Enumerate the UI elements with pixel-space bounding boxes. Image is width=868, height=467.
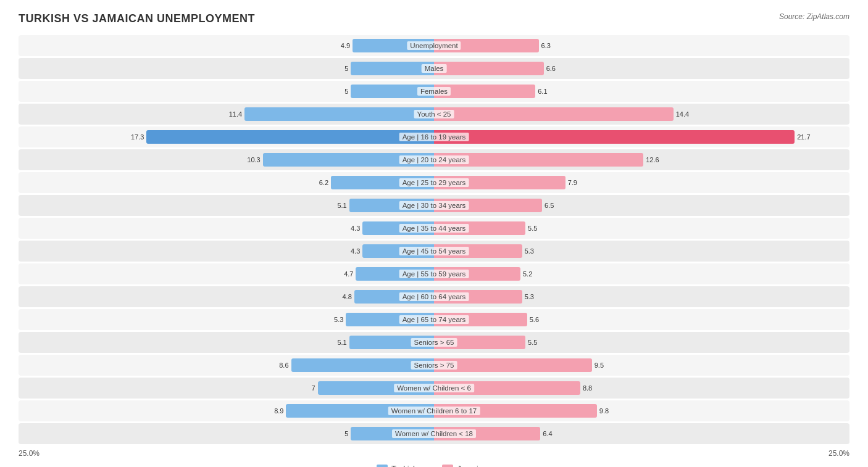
bar-row: 4.8 Age | 60 to 64 years 5.3: [19, 286, 849, 307]
bar-inner: 6.2 Age | 25 to 29 years 7.9: [19, 172, 849, 193]
bar-label-center: Females: [417, 87, 451, 96]
bar-inner: 5.1 Age | 30 to 34 years 6.5: [19, 195, 849, 216]
bar-label-right: 9.5: [595, 362, 604, 369]
bar-row: 8.9 Women w/ Children 6 to 17 9.8: [19, 400, 849, 421]
bar-row: 5 Males 6.6: [19, 58, 849, 79]
bar-label-center: Age | 60 to 64 years: [399, 292, 469, 301]
bar-label-left: 4.3: [351, 225, 360, 232]
bar-right: [434, 62, 544, 75]
bar-label-right: 12.6: [646, 156, 659, 163]
bar-label-left: 4.7: [344, 270, 353, 278]
bar-label-center: Youth < 25: [414, 110, 454, 118]
bar-label-center: Males: [422, 64, 447, 73]
axis-left: 25.0%: [19, 449, 40, 458]
turkish-swatch: [377, 465, 388, 468]
bar-label-right: 6.6: [546, 65, 556, 72]
turkish-label: Turkish: [391, 464, 417, 467]
bar-label-left: 4.3: [351, 247, 360, 255]
bar-inner: 5 Women w/ Children < 18 6.4: [19, 423, 849, 444]
bar-label-left: 5: [344, 65, 348, 72]
bar-label-center: Age | 25 to 29 years: [399, 178, 469, 187]
bar-label-left: 8.6: [279, 362, 288, 369]
bar-label-left: 5.1: [337, 339, 346, 346]
bar-row: 11.4 Youth < 25 14.4: [19, 104, 849, 125]
bar-label-right: 5.3: [525, 247, 534, 255]
bar-row: 8.6 Seniors > 75 9.5: [19, 355, 849, 376]
chart-header: TURKISH VS JAMAICAN UNEMPLOYMENT Source:…: [19, 12, 849, 25]
axis-row: 25.0% 25.0%: [19, 449, 849, 458]
bar-row: 17.3 Age | 16 to 19 years 21.7: [19, 126, 849, 147]
bar-label-right: 14.4: [676, 110, 689, 118]
bar-right: [434, 107, 674, 121]
bar-label-right: 5.2: [523, 270, 532, 278]
bar-label-center: Age | 45 to 54 years: [399, 247, 469, 255]
bar-label-left: 11.4: [229, 110, 242, 118]
bar-row: 7 Women w/ Children < 6 8.8: [19, 378, 849, 399]
bar-label-left: 5.3: [334, 316, 343, 323]
chart-title: TURKISH VS JAMAICAN UNEMPLOYMENT: [19, 12, 255, 25]
bar-label-left: 4.8: [343, 293, 352, 300]
bar-label-right: 8.8: [583, 384, 592, 392]
bar-label-center: Women w/ Children < 6: [394, 384, 474, 392]
bar-inner: 7 Women w/ Children < 6 8.8: [19, 378, 849, 399]
bar-row: 5.1 Seniors > 65 5.5: [19, 332, 849, 353]
bar-left: [244, 107, 434, 121]
bar-label-right: 9.8: [599, 407, 609, 415]
bar-label-right: 6.3: [541, 42, 551, 49]
bar-label-left: 17.3: [131, 133, 144, 141]
bar-inner: 5 Females 6.1: [19, 81, 849, 102]
bar-label-left: 5.1: [337, 202, 346, 209]
bar-label-left: 5: [344, 430, 348, 437]
bar-inner: 5 Males 6.6: [19, 58, 849, 79]
bar-inner: 4.8 Age | 60 to 64 years 5.3: [19, 286, 849, 307]
chart-area: 4.9 Unemployment 6.3 5 Males 6.6 5 Femal…: [19, 35, 849, 444]
bar-right: [434, 130, 795, 144]
bar-label-center: Age | 30 to 34 years: [399, 201, 469, 210]
axis-right: 25.0%: [828, 449, 849, 458]
bar-left: [146, 130, 434, 144]
bar-label-right: 6.5: [545, 202, 554, 209]
chart-source: Source: ZipAtlas.com: [779, 12, 849, 21]
bar-label-right: 6.4: [543, 430, 552, 437]
bar-inner: 10.3 Age | 20 to 24 years 12.6: [19, 149, 849, 170]
legend: Turkish Jamaican: [19, 464, 849, 467]
bar-label-center: Age | 65 to 74 years: [399, 315, 469, 324]
bar-label-center: Seniors > 75: [411, 361, 457, 370]
chart-container: TURKISH VS JAMAICAN UNEMPLOYMENT Source:…: [0, 0, 868, 467]
bar-label-center: Unemployment: [407, 41, 461, 50]
bar-label-left: 6.2: [319, 179, 328, 186]
bar-label-right: 6.1: [538, 88, 547, 95]
bar-inner: 4.3 Age | 45 to 54 years 5.3: [19, 241, 849, 262]
bar-label-left: 10.3: [247, 156, 260, 163]
bar-label-right: 5.5: [528, 225, 537, 232]
jamaican-label: Jamaican: [457, 464, 491, 467]
bar-inner: 5.1 Seniors > 65 5.5: [19, 332, 849, 353]
bar-label-right: 5.3: [525, 293, 534, 300]
bar-row: 6.2 Age | 25 to 29 years 7.9: [19, 172, 849, 193]
bar-label-left: 4.9: [341, 42, 350, 49]
bar-inner: 4.3 Age | 35 to 44 years 5.5: [19, 218, 849, 239]
bar-row: 5.3 Age | 65 to 74 years 5.6: [19, 309, 849, 330]
bar-label-center: Age | 16 to 19 years: [399, 133, 469, 141]
bar-inner: 4.9 Unemployment 6.3: [19, 35, 849, 56]
bar-label-right: 5.6: [530, 316, 539, 323]
bar-row: 5 Women w/ Children < 18 6.4: [19, 423, 849, 444]
bar-row: 5 Females 6.1: [19, 81, 849, 102]
bar-label-right: 5.5: [528, 339, 537, 346]
jamaican-swatch: [442, 465, 453, 468]
bar-inner: 8.6 Seniors > 75 9.5: [19, 355, 849, 376]
bar-label-center: Age | 20 to 24 years: [399, 155, 469, 164]
bar-row: 4.9 Unemployment 6.3: [19, 35, 849, 56]
bar-row: 4.3 Age | 45 to 54 years 5.3: [19, 241, 849, 262]
bar-inner: 11.4 Youth < 25 14.4: [19, 104, 849, 125]
bar-row: 4.3 Age | 35 to 44 years 5.5: [19, 218, 849, 239]
bar-label-right: 7.9: [568, 179, 577, 186]
bar-label-left: 5: [344, 88, 348, 95]
bar-inner: 17.3 Age | 16 to 19 years 21.7: [19, 126, 849, 147]
bar-inner: 4.7 Age | 55 to 59 years 5.2: [19, 263, 849, 284]
bar-label-right: 21.7: [797, 133, 810, 141]
bar-label-center: Women w/ Children 6 to 17: [388, 407, 480, 415]
bar-right: [434, 358, 592, 372]
bar-label-left: 8.9: [274, 407, 283, 415]
bar-label-center: Age | 55 to 59 years: [399, 270, 469, 278]
